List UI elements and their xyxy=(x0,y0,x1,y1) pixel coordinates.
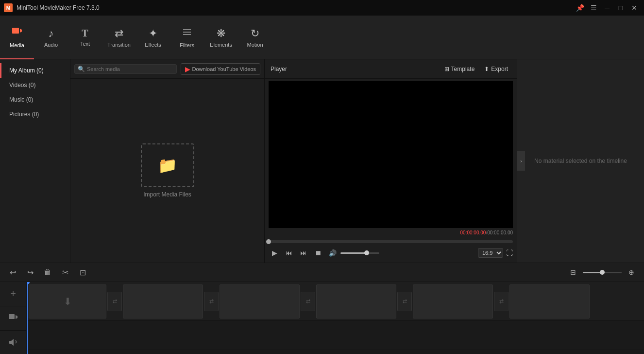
properties-panel: › No material selected on the timeline xyxy=(517,59,644,263)
progress-handle[interactable] xyxy=(266,239,271,244)
fullscreen-button[interactable]: ⛶ xyxy=(506,249,513,257)
play-button[interactable]: ▶ xyxy=(269,247,280,259)
delete-button[interactable]: 🗑 xyxy=(41,266,54,279)
export-button[interactable]: ⬆ Export xyxy=(481,64,511,74)
menu-button[interactable]: ☰ xyxy=(588,2,599,14)
prev-frame-button[interactable]: ⏮ xyxy=(283,247,295,259)
pin-button[interactable]: 📌 xyxy=(574,2,586,14)
download-segment-icon: ⬇ xyxy=(64,296,72,307)
zoom-in-button[interactable]: ⊕ xyxy=(625,266,638,279)
video-segment-4[interactable] xyxy=(316,284,396,319)
video-segment-6[interactable] xyxy=(509,284,590,319)
toolbar-item-elements[interactable]: ❋ Elements xyxy=(204,16,238,59)
media-content: 📁 Import Media Files xyxy=(70,79,264,263)
transition-4[interactable]: ⇄ xyxy=(397,292,412,311)
toolbar-label-audio: Audio xyxy=(44,42,58,48)
text-icon: T xyxy=(82,28,88,39)
video-preview xyxy=(269,81,513,228)
template-icon: ⊞ xyxy=(444,66,449,72)
sidebar-item-pictures[interactable]: Pictures (0) xyxy=(0,107,70,122)
search-wrapper: 🔍 xyxy=(74,64,177,74)
cut-button[interactable]: ✂ xyxy=(58,266,72,279)
toolbar-item-text[interactable]: T Text xyxy=(68,16,102,59)
stop-button[interactable]: ⏹ xyxy=(312,247,324,259)
add-track-row[interactable]: + xyxy=(0,282,26,306)
transition-icon: ⇄ xyxy=(115,27,123,40)
download-youtube-button[interactable]: ▶ Download YouTube Videos xyxy=(181,63,261,75)
time-current: 00:00:00.00 xyxy=(460,230,486,235)
app-title: MiniTool MovieMaker Free 7.3.0 xyxy=(17,4,100,11)
crop-button[interactable]: ⊡ xyxy=(76,266,89,279)
search-input[interactable] xyxy=(87,66,173,72)
sidebar-item-music[interactable]: Music (0) xyxy=(0,92,70,107)
zoom-slider[interactable] xyxy=(583,272,622,273)
time-total: 00:00:00.00 xyxy=(487,230,513,235)
svg-rect-5 xyxy=(9,314,15,319)
sidebar-item-videos[interactable]: Videos (0) xyxy=(0,78,70,92)
aspect-ratio-select[interactable]: 16:9 9:16 1:1 4:3 xyxy=(478,248,503,258)
video-segment-2[interactable] xyxy=(123,284,203,319)
transition-icon-5: ⇄ xyxy=(499,298,504,304)
toolbar-label-transition: Transition xyxy=(107,42,131,48)
bottom-toolbar: ↩ ↪ 🗑 ✂ ⊡ ⊟ ⊕ xyxy=(0,263,644,282)
timeline: + ♫ ⬇ ⇄ xyxy=(0,282,644,354)
sidebar-item-my-album[interactable]: My Album (0) xyxy=(0,63,70,78)
audio-track-label xyxy=(0,331,26,354)
svg-rect-0 xyxy=(12,28,19,34)
video-track-icon xyxy=(8,313,18,324)
media-icon xyxy=(11,26,23,40)
transition-1[interactable]: ⇄ xyxy=(107,292,122,311)
volume-button[interactable]: 🔊 xyxy=(327,247,339,259)
toolbar-label-text: Text xyxy=(80,41,90,47)
close-button[interactable]: ✕ xyxy=(628,2,640,14)
volume-slider[interactable] xyxy=(340,252,379,254)
sidebar: My Album (0) Videos (0) Music (0) Pictur… xyxy=(0,59,70,263)
minimize-button[interactable]: ─ xyxy=(601,2,613,14)
video-segment-1[interactable]: ⬇ xyxy=(29,284,106,319)
effects-icon: ✦ xyxy=(149,27,157,40)
transition-5[interactable]: ⇄ xyxy=(494,292,508,311)
import-label: Import Media Files xyxy=(143,191,191,198)
folder-icon: 📁 xyxy=(158,156,177,175)
toolbar-item-transition[interactable]: ⇄ Transition xyxy=(102,16,136,59)
timeline-playhead[interactable] xyxy=(27,282,28,354)
player-controls: ▶ ⏮ ⏭ ⏹ 🔊 16:9 9:16 1:1 4:3 ⛶ xyxy=(265,245,517,261)
toolbar-label-filters: Filters xyxy=(180,42,194,48)
player-progress: 00:00:00.00 / 00:00:00.00 xyxy=(265,230,517,245)
toolbar-item-effects[interactable]: ✦ Effects xyxy=(136,16,170,59)
maximize-button[interactable]: □ xyxy=(615,2,627,14)
zoom-out-button[interactable]: ⊟ xyxy=(566,266,580,279)
import-area[interactable]: 📁 Import Media Files xyxy=(141,143,194,198)
progress-bar[interactable] xyxy=(269,240,513,243)
toolbar-item-audio[interactable]: ♪ Audio xyxy=(34,16,68,59)
media-panel: 🔍 ▶ Download YouTube Videos 📁 Import Med… xyxy=(70,59,264,263)
toolbar-label-effects: Effects xyxy=(145,42,161,48)
music-track xyxy=(27,350,644,354)
toolbar-item-media[interactable]: Media xyxy=(0,16,34,59)
transition-icon-3: ⇄ xyxy=(306,298,310,304)
no-material-text: No material selected on the timeline xyxy=(525,148,637,174)
next-frame-button[interactable]: ⏭ xyxy=(298,247,309,259)
toolbar-label-media: Media xyxy=(10,42,24,48)
svg-marker-6 xyxy=(16,315,17,319)
import-box: 📁 xyxy=(141,143,194,187)
player-panel: Player ⊞ Template ⬆ Export 00:00:00.00 /… xyxy=(264,59,517,263)
toolbar-item-filters[interactable]: Filters xyxy=(170,16,204,59)
motion-icon: ↻ xyxy=(251,27,259,40)
redo-button[interactable]: ↪ xyxy=(23,266,37,279)
svg-marker-1 xyxy=(20,29,22,33)
transition-icon-4: ⇄ xyxy=(403,298,407,304)
toolbar-item-motion[interactable]: ↻ Motion xyxy=(238,16,272,59)
media-toolbar: 🔍 ▶ Download YouTube Videos xyxy=(70,59,264,79)
template-button[interactable]: ⊞ Template xyxy=(441,64,478,74)
transition-3[interactable]: ⇄ xyxy=(301,292,315,311)
collapse-button[interactable]: › xyxy=(517,151,525,171)
app-logo: M xyxy=(4,3,13,12)
video-segment-5[interactable] xyxy=(413,284,493,319)
audio-track xyxy=(27,321,644,350)
undo-button[interactable]: ↩ xyxy=(6,266,19,279)
transition-icon-2: ⇄ xyxy=(209,298,214,304)
video-segment-3[interactable] xyxy=(220,284,300,319)
transition-2[interactable]: ⇄ xyxy=(204,292,219,311)
cut-icon: ✂ xyxy=(62,268,68,277)
